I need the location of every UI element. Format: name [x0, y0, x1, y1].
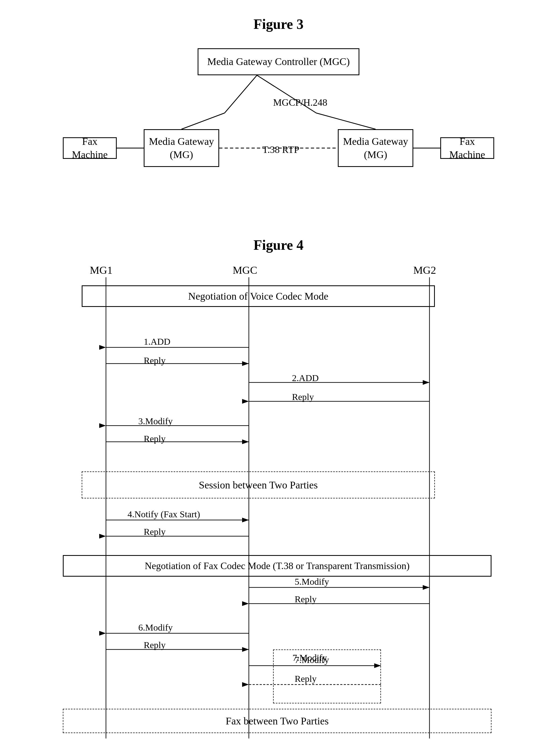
- fax-left-box: Fax Machine: [63, 137, 117, 159]
- svg-line-0: [225, 75, 257, 113]
- mg2-label: MG2: [413, 264, 436, 276]
- mg-left-label: Media Gateway(MG): [149, 135, 214, 162]
- arrow6-modify-label: 6.Modify: [138, 622, 173, 633]
- figure4-container: MG1 MGC MG2 Negotiation of Voice Codec M…: [22, 264, 535, 744]
- mg-right-box: Media Gateway(MG): [338, 129, 413, 167]
- arrow7-modify-label: 7.Modify: [295, 655, 329, 665]
- svg-line-3: [316, 113, 376, 129]
- mg1-label: MG1: [90, 264, 112, 276]
- arrow7-reply-label: Reply: [295, 674, 317, 684]
- negotiation-fax-box: Negotiation of Fax Codec Mode (T.38 or T…: [63, 555, 492, 577]
- fig4-inner: MG1 MGC MG2 Negotiation of Voice Codec M…: [36, 264, 521, 744]
- arrow4-notify-label: 4.Notify (Fax Start): [127, 509, 200, 520]
- mg-right-label: Media Gateway(MG): [343, 135, 408, 162]
- arrow3-reply-label: Reply: [144, 434, 166, 444]
- mg-left-box: Media Gateway(MG): [144, 129, 219, 167]
- figure3-title: Figure 3: [22, 16, 535, 32]
- figure3-container: Media Gateway Controller (MGC) Media Gat…: [22, 43, 535, 205]
- arrow3-modify-label: 3.Modify: [138, 416, 173, 426]
- figure4-title: Figure 4: [22, 237, 535, 253]
- arrow5-reply-label: Reply: [295, 594, 317, 605]
- svg-line-2: [181, 113, 225, 129]
- page: Figure 3 Media Gateway Controller (MGC) …: [0, 0, 557, 756]
- arrow6-reply-label: Reply: [144, 640, 166, 650]
- t38-label: T.38 RTP: [262, 144, 299, 156]
- arrow2-reply-label: Reply: [292, 392, 314, 402]
- arrow5-modify-label: 5.Modify: [295, 577, 329, 587]
- negotiation-voice-box: Negotiation of Voice Codec Mode: [82, 285, 435, 307]
- arrow4-reply-label: Reply: [144, 527, 166, 537]
- mgc-box: Media Gateway Controller (MGC): [198, 48, 359, 75]
- arrow2-add-label: 2.ADD: [292, 373, 319, 383]
- arrow1-add-label: 1.ADD: [144, 337, 170, 347]
- arrow1-reply-label: Reply: [144, 356, 166, 366]
- fax-between-box: Fax between Two Parties: [63, 709, 492, 733]
- fax-right-box: Fax Machine: [440, 137, 494, 159]
- session-box: Session between Two Parties: [82, 472, 435, 498]
- mgc-col-label: MGC: [233, 264, 257, 276]
- mgcp-label: MGCP/H.248: [273, 97, 327, 108]
- fig3-inner: Media Gateway Controller (MGC) Media Gat…: [36, 43, 521, 199]
